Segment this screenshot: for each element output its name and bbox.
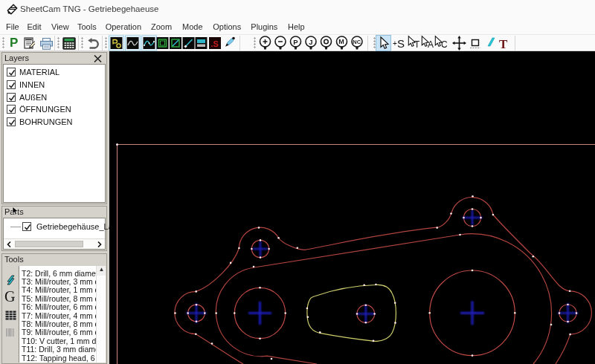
svg-text:NC: NC (353, 39, 361, 45)
svg-text:P: P (293, 38, 298, 46)
svg-text:S: S (397, 37, 405, 50)
svg-text:T: T (499, 37, 508, 51)
svg-text:J: J (309, 38, 312, 46)
svg-text:A: A (428, 39, 434, 50)
svg-text:C: C (441, 39, 448, 50)
svg-text:M: M (338, 38, 344, 45)
svg-text:.S: .S (211, 39, 219, 48)
svg-text:T: T (414, 39, 420, 50)
